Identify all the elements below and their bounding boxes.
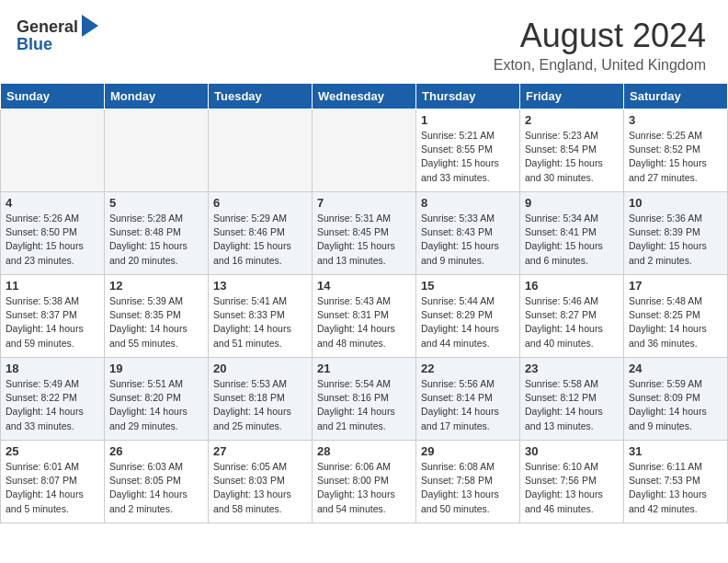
cell-info: Sunrise: 6:08 AMSunset: 7:58 PMDaylight:… [421,460,515,516]
weekday-header-saturday: Saturday [624,84,728,109]
calendar-cell: 18Sunrise: 5:49 AMSunset: 8:22 PMDayligh… [1,358,105,441]
calendar-cell: 21Sunrise: 5:54 AMSunset: 8:16 PMDayligh… [313,358,416,441]
calendar-cell: 11Sunrise: 5:38 AMSunset: 8:37 PMDayligh… [1,275,105,358]
cell-info: Sunrise: 5:38 AMSunset: 8:37 PMDaylight:… [6,294,99,350]
calendar-cell: 26Sunrise: 6:03 AMSunset: 8:05 PMDayligh… [105,441,209,523]
cell-info: Sunrise: 6:05 AMSunset: 8:03 PMDaylight:… [213,460,307,516]
cell-info: Sunrise: 6:03 AMSunset: 8:05 PMDaylight:… [109,460,203,516]
day-number: 12 [109,279,203,293]
calendar-cell: 30Sunrise: 6:10 AMSunset: 7:56 PMDayligh… [520,441,624,523]
calendar-table: SundayMondayTuesdayWednesdayThursdayFrid… [0,83,728,523]
cell-info: Sunrise: 5:59 AMSunset: 8:09 PMDaylight:… [629,377,722,433]
cell-info: Sunrise: 5:41 AMSunset: 8:33 PMDaylight:… [213,294,307,350]
cell-info: Sunrise: 5:44 AMSunset: 8:29 PMDaylight:… [421,294,515,350]
cell-info: Sunrise: 5:34 AMSunset: 8:41 PMDaylight:… [525,212,619,268]
cell-info: Sunrise: 5:29 AMSunset: 8:46 PMDaylight:… [213,212,307,268]
day-number: 17 [629,279,722,293]
calendar-week-row: 11Sunrise: 5:38 AMSunset: 8:37 PMDayligh… [1,275,728,358]
calendar-cell: 20Sunrise: 5:53 AMSunset: 8:18 PMDayligh… [209,358,313,441]
calendar-week-row: 25Sunrise: 6:01 AMSunset: 8:07 PMDayligh… [1,441,728,523]
cell-info: Sunrise: 5:49 AMSunset: 8:22 PMDaylight:… [6,377,99,433]
calendar-cell: 8Sunrise: 5:33 AMSunset: 8:43 PMDaylight… [416,192,520,275]
day-number: 30 [525,444,619,458]
day-number: 6 [213,196,307,210]
day-number: 27 [213,444,307,458]
day-number: 31 [629,444,722,458]
weekday-header-thursday: Thursday [416,84,520,109]
day-number: 10 [629,196,722,210]
cell-info: Sunrise: 5:33 AMSunset: 8:43 PMDaylight:… [421,212,515,268]
location-subtitle: Exton, England, United Kingdom [494,57,706,74]
calendar-cell: 16Sunrise: 5:46 AMSunset: 8:27 PMDayligh… [520,275,624,358]
calendar-cell: 22Sunrise: 5:56 AMSunset: 8:14 PMDayligh… [416,358,520,441]
title-section: August 2024 Exton, England, United Kingd… [494,17,706,74]
calendar-week-row: 18Sunrise: 5:49 AMSunset: 8:22 PMDayligh… [1,358,728,441]
weekday-header-row: SundayMondayTuesdayWednesdayThursdayFrid… [1,84,728,109]
calendar-cell: 4Sunrise: 5:26 AMSunset: 8:50 PMDaylight… [1,192,105,275]
calendar-cell: 31Sunrise: 6:11 AMSunset: 7:53 PMDayligh… [624,441,728,523]
cell-info: Sunrise: 5:36 AMSunset: 8:39 PMDaylight:… [629,212,722,268]
cell-info: Sunrise: 5:51 AMSunset: 8:20 PMDaylight:… [109,377,203,433]
day-number: 25 [6,444,99,458]
cell-info: Sunrise: 6:01 AMSunset: 8:07 PMDaylight:… [6,460,99,516]
calendar-cell: 6Sunrise: 5:29 AMSunset: 8:46 PMDaylight… [209,192,313,275]
day-number: 22 [421,362,515,375]
cell-info: Sunrise: 5:23 AMSunset: 8:54 PMDaylight:… [525,129,619,185]
cell-info: Sunrise: 5:46 AMSunset: 8:27 PMDaylight:… [525,294,619,350]
calendar-cell: 7Sunrise: 5:31 AMSunset: 8:45 PMDaylight… [313,192,416,275]
cell-info: Sunrise: 5:48 AMSunset: 8:25 PMDaylight:… [629,294,722,350]
day-number: 19 [109,362,203,375]
cell-info: Sunrise: 5:25 AMSunset: 8:52 PMDaylight:… [629,129,722,185]
day-number: 2 [525,113,619,127]
calendar-cell: 17Sunrise: 5:48 AMSunset: 8:25 PMDayligh… [624,275,728,358]
weekday-header-tuesday: Tuesday [209,84,313,109]
weekday-header-sunday: Sunday [1,84,105,109]
day-number: 4 [6,196,99,210]
cell-info: Sunrise: 5:53 AMSunset: 8:18 PMDaylight:… [213,377,307,433]
cell-info: Sunrise: 5:56 AMSunset: 8:14 PMDaylight:… [421,377,515,433]
calendar-cell: 27Sunrise: 6:05 AMSunset: 8:03 PMDayligh… [209,441,313,523]
day-number: 14 [317,279,411,293]
page-header: General Blue August 2024 Exton, England,… [0,0,728,83]
day-number: 21 [317,362,411,375]
day-number: 7 [317,196,411,210]
month-year-title: August 2024 [494,17,706,55]
cell-info: Sunrise: 5:26 AMSunset: 8:50 PMDaylight:… [6,212,99,268]
weekday-header-wednesday: Wednesday [313,84,416,109]
cell-info: Sunrise: 5:54 AMSunset: 8:16 PMDaylight:… [317,377,411,433]
cell-info: Sunrise: 6:06 AMSunset: 8:00 PMDaylight:… [317,460,411,516]
calendar-cell [1,109,105,192]
day-number: 28 [317,444,411,458]
calendar-cell: 10Sunrise: 5:36 AMSunset: 8:39 PMDayligh… [624,192,728,275]
calendar-cell: 12Sunrise: 5:39 AMSunset: 8:35 PMDayligh… [105,275,209,358]
logo-blue-text: Blue [17,35,52,54]
calendar-week-row: 1Sunrise: 5:21 AMSunset: 8:55 PMDaylight… [1,109,728,192]
day-number: 11 [6,279,99,293]
cell-info: Sunrise: 6:10 AMSunset: 7:56 PMDaylight:… [525,460,619,516]
calendar-cell: 29Sunrise: 6:08 AMSunset: 7:58 PMDayligh… [416,441,520,523]
calendar-cell: 24Sunrise: 5:59 AMSunset: 8:09 PMDayligh… [624,358,728,441]
calendar-cell: 28Sunrise: 6:06 AMSunset: 8:00 PMDayligh… [313,441,416,523]
day-number: 26 [109,444,203,458]
day-number: 9 [525,196,619,210]
day-number: 16 [525,279,619,293]
day-number: 1 [421,113,515,127]
cell-info: Sunrise: 6:11 AMSunset: 7:53 PMDaylight:… [629,460,722,516]
calendar-cell: 5Sunrise: 5:28 AMSunset: 8:48 PMDaylight… [105,192,209,275]
logo-general-text: General [17,17,78,37]
day-number: 18 [6,362,99,375]
cell-info: Sunrise: 5:21 AMSunset: 8:55 PMDaylight:… [421,129,515,185]
calendar-cell: 2Sunrise: 5:23 AMSunset: 8:54 PMDaylight… [520,109,624,192]
logo: General Blue [17,17,98,54]
calendar-cell: 14Sunrise: 5:43 AMSunset: 8:31 PMDayligh… [313,275,416,358]
day-number: 20 [213,362,307,375]
calendar-cell [209,109,313,192]
calendar-cell: 15Sunrise: 5:44 AMSunset: 8:29 PMDayligh… [416,275,520,358]
day-number: 8 [421,196,515,210]
calendar-cell: 13Sunrise: 5:41 AMSunset: 8:33 PMDayligh… [209,275,313,358]
calendar-week-row: 4Sunrise: 5:26 AMSunset: 8:50 PMDaylight… [1,192,728,275]
weekday-header-friday: Friday [520,84,624,109]
calendar-cell: 3Sunrise: 5:25 AMSunset: 8:52 PMDaylight… [624,109,728,192]
day-number: 3 [629,113,722,127]
cell-info: Sunrise: 5:58 AMSunset: 8:12 PMDaylight:… [525,377,619,433]
